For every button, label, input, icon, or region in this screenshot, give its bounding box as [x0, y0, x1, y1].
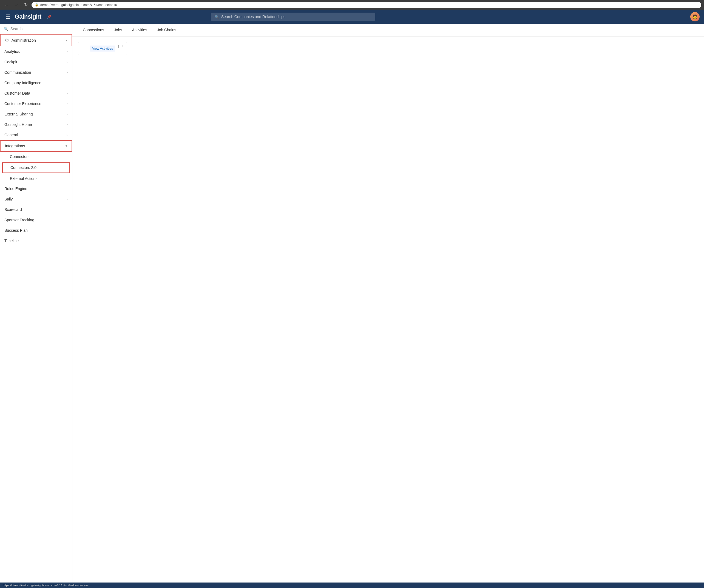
sidebar-item-label: Integrations [5, 144, 65, 148]
sidebar-item-label: Communication [4, 70, 67, 74]
chevron-right-icon: › [67, 91, 68, 95]
reload-button[interactable]: ↻ [22, 2, 30, 8]
address-bar[interactable]: 🔒 demo-fivetran.gainsightcloud.com/v1/ui… [32, 2, 701, 8]
chevron-down-icon: ▾ [65, 38, 67, 42]
logo-area: Gainsight [15, 13, 41, 20]
tab-activities[interactable]: Activities [127, 24, 152, 36]
chevron-right-icon: › [67, 112, 68, 116]
pin-button[interactable]: 📌 [47, 14, 52, 19]
tab-jobs[interactable]: Jobs [109, 24, 127, 36]
content-area: Connections Jobs Activities Job Chains ℹ… [72, 24, 704, 583]
chevron-right-icon: › [67, 122, 68, 126]
status-bar: https://demo-fivetran.gainsightcloud.com… [0, 583, 704, 588]
tab-connections[interactable]: Connections [78, 24, 109, 36]
sidebar-search-input[interactable] [10, 26, 68, 31]
sidebar-item-scorecard[interactable]: Scorecard [0, 204, 72, 215]
sidebar-item-success-plan[interactable]: Success Plan [0, 225, 72, 235]
lock-icon: 🔒 [35, 3, 39, 7]
avatar[interactable]: 🧑 [690, 12, 700, 21]
app-wrapper: ☰ Gainsight 📌 🔍 🧑 🔍 ⚙ Administration ▾ [0, 10, 704, 588]
sidebar-item-label: Company Intelligence [4, 81, 68, 85]
chevron-right-icon: › [67, 197, 68, 201]
sidebar-subitem-connectors-2[interactable]: Connectors 2.0 [2, 162, 70, 173]
chevron-down-icon: ▾ [65, 144, 67, 148]
url-text: demo-fivetran.gainsightcloud.com/v1/ui/c… [40, 3, 117, 7]
sidebar-item-external-sharing[interactable]: External Sharing › [0, 109, 72, 119]
secondary-nav: Connections Jobs Activities Job Chains [72, 24, 704, 37]
sidebar-item-label: Gainsight Home [4, 122, 67, 127]
sidebar-subitem-connectors[interactable]: Connectors [0, 152, 72, 162]
connector-card: ℹ ⋮ View Activities [78, 42, 127, 55]
sidebar-item-label: Rules Engine [4, 186, 68, 191]
main-layout: 🔍 ⚙ Administration ▾ Analytics › Cockpit… [0, 24, 704, 583]
hamburger-button[interactable]: ☰ [4, 12, 11, 21]
sidebar-subitem-external-actions[interactable]: External Actions [0, 174, 72, 183]
chevron-right-icon: › [67, 70, 68, 74]
sidebar-item-gainsight-home[interactable]: Gainsight Home › [0, 119, 72, 130]
tab-job-chains[interactable]: Job Chains [152, 24, 181, 36]
sidebar-item-label: Scorecard [4, 207, 68, 212]
global-search-bar[interactable]: 🔍 [211, 13, 375, 21]
forward-button[interactable]: → [13, 2, 20, 8]
more-options-button[interactable]: ⋮ [121, 44, 125, 49]
sidebar-item-sally[interactable]: Sally › [0, 194, 72, 204]
sidebar-item-label: Customer Experience [4, 102, 67, 106]
gear-icon: ⚙ [5, 38, 9, 43]
sidebar-item-integrations[interactable]: Integrations ▾ [0, 140, 72, 152]
sidebar-item-label: External Actions [10, 176, 37, 181]
sidebar-item-label: Customer Data [4, 91, 67, 96]
sidebar-item-label: Sponsor Tracking [4, 218, 68, 222]
global-search-input[interactable] [221, 14, 371, 19]
sidebar-item-cockpit[interactable]: Cockpit › [0, 57, 72, 67]
sidebar-item-label: Administration [11, 38, 65, 43]
chevron-right-icon: › [67, 50, 68, 53]
chevron-right-icon: › [67, 60, 68, 64]
sidebar: 🔍 ⚙ Administration ▾ Analytics › Cockpit… [0, 24, 72, 583]
search-icon: 🔍 [215, 15, 219, 19]
info-button[interactable]: ℹ [118, 44, 119, 49]
chevron-right-icon: › [67, 133, 68, 137]
sidebar-item-customer-experience[interactable]: Customer Experience › [0, 99, 72, 109]
card-actions: ℹ ⋮ [118, 44, 125, 49]
sidebar-item-label: Connectors 2.0 [10, 165, 37, 170]
sidebar-item-rules-engine[interactable]: Rules Engine [0, 183, 72, 194]
top-nav: ☰ Gainsight 📌 🔍 🧑 [0, 10, 704, 24]
sidebar-item-sponsor-tracking[interactable]: Sponsor Tracking [0, 215, 72, 225]
status-url: https://demo-fivetran.gainsightcloud.com… [3, 584, 89, 587]
sidebar-item-label: External Sharing [4, 112, 67, 116]
back-button[interactable]: ← [3, 2, 10, 8]
sidebar-item-label: Timeline [4, 238, 68, 243]
sidebar-item-label: Analytics [4, 49, 67, 54]
sidebar-item-general[interactable]: General › [0, 130, 72, 140]
logo-text: Gainsight [15, 13, 41, 20]
sidebar-item-analytics[interactable]: Analytics › [0, 46, 72, 57]
view-activities-button[interactable]: View Activities [90, 46, 115, 52]
browser-chrome: ← → ↻ 🔒 demo-fivetran.gainsightcloud.com… [0, 0, 704, 10]
sidebar-item-label: Success Plan [4, 228, 68, 232]
sidebar-search-area: 🔍 [0, 24, 72, 34]
sidebar-item-customer-data[interactable]: Customer Data › [0, 88, 72, 99]
sidebar-item-label: Sally [4, 197, 67, 201]
chevron-right-icon: › [67, 102, 68, 106]
sidebar-item-label: Cockpit [4, 60, 67, 64]
content-body: ℹ ⋮ View Activities [72, 37, 704, 583]
sidebar-search-icon: 🔍 [4, 27, 8, 31]
sidebar-item-timeline[interactable]: Timeline [0, 235, 72, 246]
sidebar-item-company-intelligence[interactable]: Company Intelligence [0, 77, 72, 88]
sidebar-item-administration[interactable]: ⚙ Administration ▾ [0, 34, 72, 46]
sidebar-item-label: General [4, 133, 67, 137]
sidebar-item-label: Connectors [10, 154, 30, 159]
sidebar-item-communication[interactable]: Communication › [0, 67, 72, 77]
